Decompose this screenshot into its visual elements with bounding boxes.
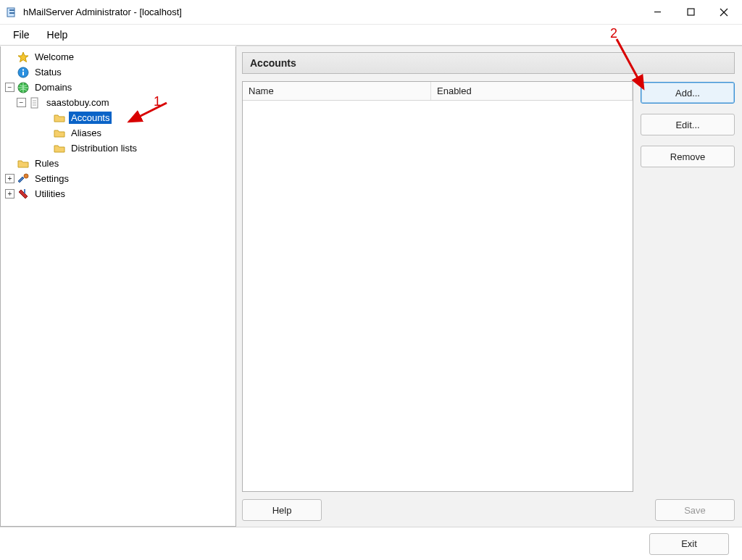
folder-icon [54,128,65,139]
folder-icon [54,112,65,124]
info-icon [17,67,29,78]
window-title: hMailServer Administrator - [localhost] [23,7,182,17]
exit-button[interactable]: Exit [649,533,729,555]
app-icon [6,7,17,18]
menu-file[interactable]: File [4,26,38,43]
tree-label: Utilities [33,188,67,200]
document-icon [29,97,41,109]
side-buttons: Add... Edit... Remove [641,81,735,492]
tree-node-accounts[interactable]: + Accounts [1,110,235,125]
tree-label: Domains [33,81,74,93]
svg-rect-4 [688,9,694,15]
svg-rect-10 [22,69,24,70]
svg-marker-7 [18,52,28,62]
tree-label: Settings [33,172,71,185]
tree-node-rules[interactable]: + Rules [1,156,235,171]
svg-rect-9 [22,72,24,75]
expand-icon[interactable]: + [5,174,14,183]
menu-help[interactable]: Help [38,26,77,43]
tree-node-settings[interactable]: + Settings [1,171,235,186]
globe-icon [17,82,29,93]
tree-label: Distribution lists [69,142,139,154]
tree-label: saastobuy.com [44,96,111,109]
column-enabled[interactable]: Enabled [431,82,633,100]
menu-bar: File Help [0,25,742,45]
add-button[interactable]: Add... [641,82,735,104]
column-name[interactable]: Name [243,82,431,100]
list-rows-empty [243,101,633,491]
folder-icon [54,143,65,154]
star-icon [17,51,29,63]
save-button[interactable]: Save [655,499,735,521]
svg-rect-2 [9,12,14,14]
expand-icon[interactable]: + [5,189,14,198]
accounts-list[interactable]: Name Enabled [242,81,633,492]
svg-rect-17 [24,189,25,193]
tools-icon [17,173,29,185]
tree-label-selected: Accounts [69,112,112,124]
edit-button[interactable]: Edit... [641,114,735,135]
folder-icon [17,158,29,170]
client-area: + Welcome + Status − [0,45,742,527]
svg-point-16 [24,174,28,178]
tree-node-welcome[interactable]: + Welcome [1,49,235,64]
svg-rect-1 [9,9,14,11]
tree-node-domain[interactable]: − saastobuy.com [1,95,235,110]
wrench-icon [17,188,29,200]
help-button[interactable]: Help [242,499,322,521]
list-header: Name Enabled [243,82,633,101]
collapse-icon[interactable]: − [5,83,14,92]
minimize-button[interactable] [641,1,674,24]
tree-label: Status [33,66,64,78]
tree-node-utilities[interactable]: + Utilities [1,186,235,201]
tree-label: Aliases [69,127,104,139]
tree-label: Welcome [33,51,76,63]
collapse-icon[interactable]: − [17,98,26,107]
content-panel: Accounts Name Enabled Add... Edit... Rem… [236,46,742,527]
tree-node-distribution-lists[interactable]: + Distribution lists [1,141,235,156]
tree-label: Rules [33,157,61,170]
tree-node-aliases[interactable]: + Aliases [1,125,235,141]
panel-title: Accounts [242,52,735,74]
maximize-button[interactable] [674,1,707,24]
tree-panel[interactable]: + Welcome + Status − [0,46,236,527]
remove-button[interactable]: Remove [641,146,735,167]
tree-node-status[interactable]: + Status [1,64,235,80]
footer-bar: Exit [0,527,742,560]
close-button[interactable] [707,1,741,24]
title-bar: hMailServer Administrator - [localhost] [0,0,742,25]
tree-node-domains[interactable]: − Domains [1,80,235,95]
